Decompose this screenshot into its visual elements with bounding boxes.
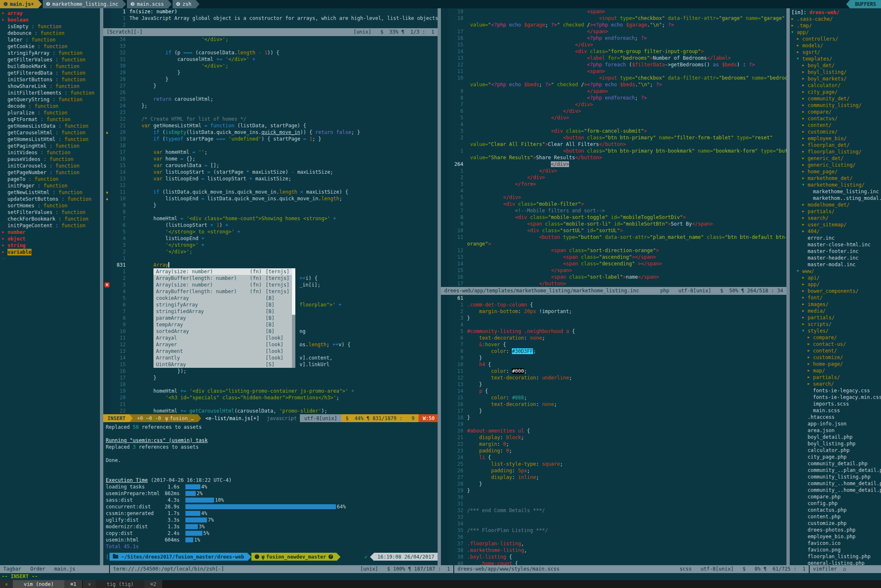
file-item-master-footer.inc[interactable]: master-footer.inc [790,248,881,255]
code-line[interactable]: 15 </div> [441,41,786,48]
tab-main.js+[interactable]: ❶main.js+ [0,0,38,8]
chevron-collapsed-icon[interactable]: ▶ [802,221,808,228]
file-item-contactus.php[interactable]: contactus.php [790,507,881,513]
popup-scrollbar[interactable] [292,321,295,328]
tagbar-item-initFilterElements[interactable]: initFilterElements : function [0,90,100,96]
code-line[interactable]: 5cookieArray[B] [103,295,438,301]
chevron-collapsed-icon[interactable]: ▶ [802,155,808,162]
code-line[interactable]: 30 [441,494,786,501]
code-line[interactable]: 9 } [441,355,786,361]
chevron-collapsed-icon[interactable]: ▶ [791,22,797,29]
code-line[interactable]: 2 '</div>'; [103,248,438,255]
code-line[interactable]: 17 var homeHtml = ''; [103,149,438,156]
tab-zsh[interactable]: ❹zsh [173,0,195,8]
chevron-collapsed-icon[interactable]: ▶ [802,275,808,281]
dir-item-customize/[interactable]: ▶customize/ [790,129,881,135]
code-line[interactable]: 26 [103,89,438,96]
chevron-collapsed-icon[interactable]: ▶ [802,168,808,175]
file-item-floorplan_listing.php[interactable]: floorplan_listing.php [790,553,881,560]
window-separator[interactable] [438,8,441,565]
code-line[interactable]: 16 text-decoration: none; [441,401,786,408]
code-line[interactable]: 6stringifyArray[B]floorplan">' + [103,301,438,308]
code-line[interactable]: 34 '</div>'; [103,36,438,43]
close-icon[interactable]: × [83,580,96,588]
code-line[interactable]: 4 [441,187,786,194]
tmux-window-vim (node)[interactable]: ×vim (node)⌘1 [0,580,82,588]
tagbar-item-array[interactable]: ▶array [0,10,100,17]
tagbar-item-decode[interactable]: decode : function [0,103,100,109]
autocomplete-item[interactable]: Array(size: number)(fn)[ternjs] [153,282,292,288]
code-line[interactable]: 28 } [103,76,438,83]
dir-item-404/[interactable]: ▶404/ [790,228,881,235]
code-line[interactable]: 8 color: #30D3FF; [441,348,786,355]
code-line[interactable]: 6 text-decoration: none; [441,335,786,341]
code-line[interactable]: 40 .home-count { [441,560,786,565]
code-line[interactable]: 38.markethome-listing, [441,547,786,554]
code-line[interactable]: 22 margin: 0; [441,441,786,447]
dir-item-media/[interactable]: ▶media/ [790,308,881,314]
file-item-favicon.png[interactable]: favicon.png [790,547,881,553]
code-line[interactable]: 15 var carouselData = []; [103,162,438,169]
dir-item-community_det/[interactable]: ▶community_det/ [790,95,881,102]
code-line[interactable]: 8 <?php endforeach; ?> [441,95,786,101]
chevron-collapsed-icon[interactable]: ▶ [797,42,802,49]
chevron-collapsed-icon[interactable]: ▶ [797,49,802,56]
chevron-collapsed-icon[interactable]: ▶ [802,95,808,102]
code-line[interactable]: 22 homeHtml += getCarouselHtml(carouselD… [103,408,438,414]
file-item-community_detail.php[interactable]: community_detail.php [790,460,881,467]
tagbar-item-pauseVideos[interactable]: pauseVideos : function [0,156,100,163]
autocomplete-item[interactable]: Uint8Array[S] [153,361,292,368]
chevron-collapsed-icon[interactable]: ▶ [802,314,808,321]
chevron-collapsed-icon[interactable]: ▶ [802,301,808,308]
dir-item-content/[interactable]: ▶content/ [790,122,881,129]
tagbar-item-pluralize[interactable]: pluralize : function [0,109,100,116]
code-line[interactable]: 14 <span class="descending" ></span> [441,260,786,267]
code-line[interactable]: 37.floorplan-listing, [441,540,786,547]
popup-scrollbar[interactable] [292,341,295,348]
code-line[interactable]: 4 [441,121,786,128]
code-line[interactable]: 9 } [103,202,438,209]
code-line[interactable]: 13 <span class="ascending"></span> [441,254,786,260]
code-line[interactable]: 13 } [441,381,786,388]
tagbar-item-buildBookMark[interactable]: buildBookMark : function [0,63,100,70]
dir-item-bower_components/[interactable]: ▶bower_components/ [790,288,881,294]
code-line[interactable]: 34 [441,520,786,527]
dir-item-templates/[interactable]: ▼templates/ [790,56,881,62]
code-line[interactable]: 16 }); [103,368,438,374]
code-line[interactable]: 14 p { [441,388,786,394]
code-line[interactable]: 8 <div class="mobile-sort-toggle" id="mo… [441,214,786,221]
code-line[interactable]: 13Arrayment[look] [103,348,438,355]
code-line[interactable]: value="<?php echo $garage; ?>" checked /… [441,22,786,28]
code-line[interactable]: 13 var listLoopEnd = listLoopStart + max… [103,175,438,182]
tagbar-item-variable[interactable]: ▶variable [0,249,100,255]
chevron-collapsed-icon[interactable]: ▶ [802,62,808,69]
file-item-.htaccess[interactable]: .htaccess [790,414,881,420]
autocomplete-item[interactable]: Arrayer[look] [153,341,292,348]
popup-scrollbar[interactable] [292,361,295,368]
code-line[interactable]: 1fn(size: number) [103,8,438,15]
tagbar-item-initVideos[interactable]: initVideos : function [0,149,100,156]
chevron-collapsed-icon[interactable]: ▶ [808,347,813,354]
chevron-collapsed-icon[interactable]: ▶ [802,215,808,221]
code-line[interactable]: 6 <div class="mobile-filter"> [441,201,786,207]
code-line[interactable]: 1 <button class="btn btn-primary btn-boo… [441,148,786,154]
chevron-expanded-icon[interactable]: ▼ [791,29,797,36]
file-item-employee_bio.php[interactable]: employee_bio.php [790,533,881,540]
code-line[interactable]: 10sortedArray[B]ng [103,328,438,335]
file-item-master-header.inc[interactable]: master-header.inc [790,255,881,261]
code-line[interactable]: 33 [103,43,438,49]
dir-item-contact-us/[interactable]: ▶contact-us/ [790,341,881,347]
tagbar-item-sqFtFormat[interactable]: sqFtFormat : function [0,116,100,123]
code-line[interactable]: value="<?php echo $beds; ?>" checked /><… [441,81,786,88]
code-line[interactable]: 28 } [441,481,786,487]
tagbar-item-stringifyArray[interactable]: stringifyArray : function [0,50,100,56]
code-line[interactable]: 3} [441,315,786,321]
dir-item-user_sitemap/[interactable]: ▶user_sitemap/ [790,221,881,228]
code-line[interactable]: 10 h4 { [441,361,786,368]
file-item-general-listing.php[interactable]: general-listing.php [790,560,881,565]
tagbar-item-getFilterValues[interactable]: getFilterValues : function [0,56,100,63]
chevron-collapsed-icon[interactable]: ▶ [802,294,808,301]
dir-item-content/[interactable]: ▶content/ [790,347,881,354]
dir-item-app/[interactable]: ▼app/ [790,29,881,36]
code-line[interactable]: 831 Array [103,262,438,268]
